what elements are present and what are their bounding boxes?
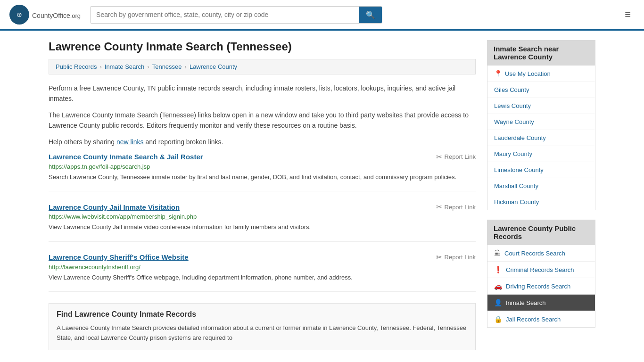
public-records-link[interactable]: Criminal Records Search — [506, 266, 574, 273]
desc3-prefix: Help others by sharing — [49, 138, 116, 146]
nearby-county-item: Giles County — [487, 82, 595, 98]
link-description: View Lawrence County Jail inmate video c… — [49, 222, 476, 232]
link-title[interactable]: Lawrence County Inmate Search & Jail Ros… — [49, 153, 203, 161]
report-link-button[interactable]: ✂ Report Link — [436, 153, 476, 161]
find-title: Find Lawrence County Inmate Records — [57, 310, 468, 319]
breadcrumb-sep-3: › — [185, 63, 187, 70]
description-1: Perform a free Lawrence County, TN publi… — [49, 83, 476, 104]
report-icon: ✂ — [436, 203, 442, 211]
nearby-header-text: Inmate Search near Lawrence County — [494, 45, 559, 61]
new-links-link[interactable]: new links — [116, 138, 144, 146]
nearby-county-link[interactable]: Limestone County — [494, 166, 544, 173]
logo-suffix: .org — [70, 12, 81, 19]
link-url: https://apps.tn.gov/foil-app/search.jsp — [49, 163, 476, 170]
public-records-item: 🔒 Jail Records Search — [487, 311, 595, 327]
find-description: A Lawrence County Inmate Search provides… — [57, 323, 468, 343]
report-label: Report Link — [445, 153, 476, 160]
nearby-county-item: Maury County — [487, 146, 595, 162]
link-title[interactable]: Lawrence County Sheriff's Office Website — [49, 253, 189, 261]
public-records-link[interactable]: Inmate Search — [506, 299, 546, 306]
public-records-item: 👤 Inmate Search — [487, 295, 595, 311]
public-records-body: 🏛 Court Records Search ❗ Criminal Record… — [487, 245, 595, 328]
nearby-county-item: Lewis County — [487, 98, 595, 114]
report-link-button[interactable]: ✂ Report Link — [436, 253, 476, 262]
description-3: Help others by sharing new links and rep… — [49, 137, 476, 147]
link-item-header: Lawrence County Inmate Search & Jail Ros… — [49, 153, 476, 161]
logo-name: CountyOffice — [32, 12, 70, 19]
link-title[interactable]: Lawrence County Jail Inmate Visitation — [49, 203, 180, 211]
nearby-county-link[interactable]: Lauderdale County — [494, 134, 546, 141]
site-header: ⊕ CountyOffice.org 🔍 ≡ — [0, 0, 644, 31]
breadcrumb: Public Records › Inmate Search › Tenness… — [49, 59, 476, 74]
report-link-button[interactable]: ✂ Report Link — [436, 203, 476, 211]
use-my-location-link[interactable]: Use My Location — [505, 70, 551, 77]
breadcrumb-lawrence-county[interactable]: Lawrence County — [190, 63, 237, 70]
pin-icon: 📍 — [494, 70, 502, 77]
public-records-link[interactable]: Court Records Search — [504, 250, 565, 257]
report-icon: ✂ — [436, 153, 442, 161]
logo-text: CountyOffice.org — [32, 9, 81, 20]
link-description: View Lawrence County Sheriff's Office we… — [49, 273, 476, 282]
public-records-link[interactable]: Jail Records Search — [506, 316, 561, 323]
nearby-county-item: Hickman County — [487, 194, 595, 210]
nearby-county-link[interactable]: Giles County — [494, 86, 529, 93]
main-column: Lawrence County Inmate Search (Tennessee… — [49, 40, 476, 350]
desc3-suffix: and reporting broken links. — [144, 138, 223, 146]
record-type-icon: 🔒 — [494, 315, 502, 323]
link-item: Lawrence County Sheriff's Office Website… — [49, 253, 476, 292]
nearby-box: Inmate Search near Lawrence County 📍 Use… — [487, 40, 595, 210]
report-icon: ✂ — [436, 253, 442, 262]
site-logo[interactable]: ⊕ CountyOffice.org — [9, 5, 81, 25]
public-records-header-text: Lawrence County Public Records — [494, 224, 576, 240]
find-section: Find Lawrence County Inmate Records A La… — [49, 303, 476, 350]
public-records-item: ❗ Criminal Records Search — [487, 262, 595, 278]
nearby-county-link[interactable]: Wayne County — [494, 118, 534, 125]
report-label: Report Link — [445, 254, 476, 261]
record-type-icon: 👤 — [494, 299, 502, 306]
nearby-county-item: Limestone County — [487, 162, 595, 178]
nearby-body: 📍 Use My Location Giles CountyLewis Coun… — [487, 66, 595, 210]
breadcrumb-tennessee[interactable]: Tennessee — [152, 63, 182, 70]
record-type-icon: 🚗 — [494, 282, 502, 290]
breadcrumb-sep-1: › — [99, 63, 101, 70]
breadcrumb-public-records[interactable]: Public Records — [56, 63, 97, 70]
nearby-counties-list: Giles CountyLewis CountyWayne CountyLaud… — [487, 82, 595, 210]
link-item: Lawrence County Inmate Search & Jail Ros… — [49, 153, 476, 192]
link-url: https://www.iwebvisit.com/app/membership… — [49, 213, 476, 220]
description-2: The Lawrence County Inmate Search (Tenne… — [49, 110, 476, 131]
public-records-item: 🚗 Driving Records Search — [487, 278, 595, 295]
public-records-item: 🏛 Court Records Search — [487, 245, 595, 262]
nearby-county-item: Wayne County — [487, 114, 595, 130]
nearby-county-link[interactable]: Hickman County — [494, 198, 539, 206]
public-records-list: 🏛 Court Records Search ❗ Criminal Record… — [487, 245, 595, 327]
page-content: Lawrence County Inmate Search (Tennessee… — [39, 31, 605, 360]
nearby-county-item: Marshall County — [487, 178, 595, 194]
link-items: Lawrence County Inmate Search & Jail Ros… — [49, 153, 476, 292]
page-title: Lawrence County Inmate Search (Tennessee… — [49, 40, 476, 53]
link-item-header: Lawrence County Sheriff's Office Website… — [49, 253, 476, 262]
nearby-header: Inmate Search near Lawrence County — [487, 40, 595, 66]
nearby-county-item: Lauderdale County — [487, 130, 595, 146]
link-url: http://lawrencecountytnsheriff.org/ — [49, 263, 476, 271]
public-records-header: Lawrence County Public Records — [487, 220, 595, 245]
use-location-item: 📍 Use My Location — [487, 66, 595, 82]
nearby-county-link[interactable]: Maury County — [494, 150, 532, 157]
logo-icon: ⊕ — [9, 5, 29, 25]
search-input[interactable] — [91, 7, 359, 23]
svg-text:⊕: ⊕ — [17, 11, 22, 18]
report-label: Report Link — [445, 204, 476, 211]
public-records-link[interactable]: Driving Records Search — [506, 283, 570, 290]
breadcrumb-sep-2: › — [147, 63, 149, 70]
record-type-icon: 🏛 — [494, 249, 501, 257]
nearby-county-link[interactable]: Lewis County — [494, 102, 531, 109]
sidebar: Inmate Search near Lawrence County 📍 Use… — [487, 40, 595, 350]
search-button[interactable]: 🔍 — [359, 7, 382, 23]
search-bar: 🔍 — [90, 6, 382, 24]
link-item: Lawrence County Jail Inmate Visitation ✂… — [49, 203, 476, 242]
link-item-header: Lawrence County Jail Inmate Visitation ✂… — [49, 203, 476, 211]
nearby-county-link[interactable]: Marshall County — [494, 182, 538, 189]
hamburger-menu-button[interactable]: ≡ — [621, 7, 635, 23]
link-description: Search Lawrence County, Tennessee inmate… — [49, 173, 476, 182]
record-type-icon: ❗ — [494, 266, 502, 273]
breadcrumb-inmate-search[interactable]: Inmate Search — [105, 63, 145, 70]
